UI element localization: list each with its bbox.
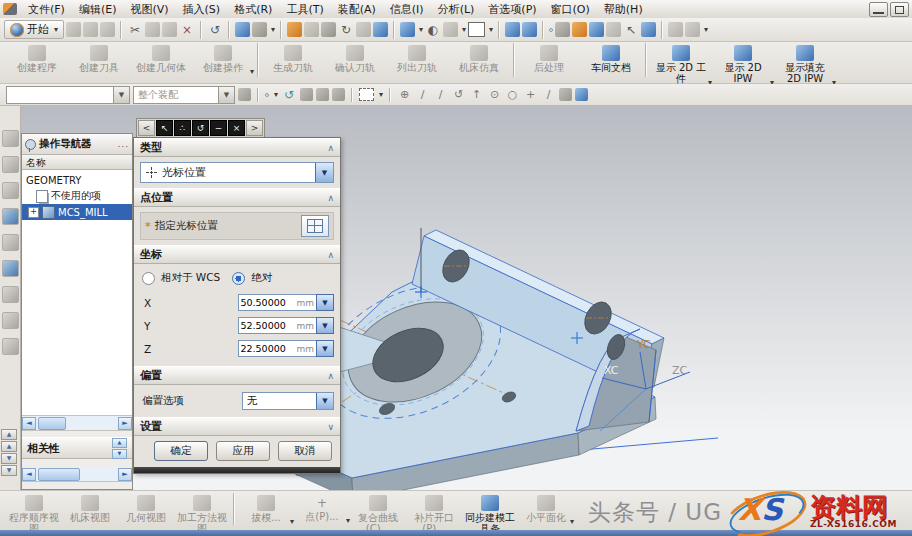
dialog-drag-bar[interactable]	[134, 467, 340, 473]
program-order-view-button[interactable]: 程序顺序视图	[6, 493, 62, 534]
selection-scope-combo[interactable]: 整个装配 ▼	[133, 86, 235, 104]
split-top-button[interactable]: ▲	[1, 429, 17, 440]
wireframe-icon[interactable]	[443, 22, 458, 37]
rectangle-select-icon[interactable]	[359, 88, 374, 101]
cut-icon[interactable]: ✂	[127, 22, 143, 38]
split-bottom-button[interactable]: ▼	[1, 465, 17, 476]
menu-insert[interactable]: 插入(S)	[176, 0, 228, 19]
create-operation-button[interactable]: 创建操作 ▾	[192, 43, 254, 76]
collapse-icon[interactable]: ∧	[327, 143, 334, 153]
collapse-icon[interactable]: ∧	[327, 250, 334, 260]
selection-icon[interactable]	[606, 22, 621, 37]
tree-row-unused-items[interactable]: 不使用的项	[22, 188, 132, 204]
hd3d-tools-tab[interactable]	[2, 286, 19, 303]
type-section-header[interactable]: 类型 ∧	[134, 138, 340, 157]
perspective-icon[interactable]	[373, 22, 388, 37]
find-icon[interactable]	[252, 22, 267, 37]
menu-information[interactable]: 信息(I)	[383, 0, 431, 19]
snap-endpoint-icon[interactable]: /	[415, 88, 430, 101]
zoom-icon[interactable]	[321, 22, 336, 37]
wcs-orient-icon[interactable]	[641, 22, 656, 37]
orient-view-iso-icon[interactable]	[522, 22, 537, 37]
machine-simulation-button[interactable]: 机床仿真	[448, 43, 510, 73]
type-combo-caret-icon[interactable]: ▼	[315, 163, 333, 182]
select-cursor-icon[interactable]: ↖	[623, 22, 639, 38]
cancel-button[interactable]: 取消	[278, 441, 332, 461]
dep-scroll-right-icon[interactable]: ►	[118, 468, 132, 481]
copy-icon[interactable]	[145, 22, 160, 37]
navigator-options-icon[interactable]: ...	[117, 139, 129, 149]
offset-section-header[interactable]: 偏置 ∧	[134, 366, 340, 385]
menu-file[interactable]: 文件(F)	[21, 0, 72, 19]
snap-pole-icon[interactable]: ↑	[469, 88, 484, 101]
generate-toolpath-button[interactable]: 生成刀轨	[262, 43, 324, 73]
menu-analysis[interactable]: 分析(L)	[431, 0, 482, 19]
z-spinner-icon[interactable]: ▼	[316, 340, 334, 357]
create-program-button[interactable]: 创建程序	[6, 43, 68, 73]
paste-icon[interactable]	[162, 22, 177, 37]
background-icon[interactable]	[468, 22, 485, 37]
forward-button[interactable]: >	[246, 120, 263, 136]
relative-wcs-radio[interactable]	[142, 272, 155, 285]
snap-arc-center-icon[interactable]: ⊙	[487, 88, 502, 101]
dependencies-scrollbar[interactable]: ◄ ►	[22, 467, 132, 482]
measure-angle-icon[interactable]	[685, 22, 700, 37]
expand-icon[interactable]: +	[28, 207, 39, 218]
name-column-header[interactable]: 名称	[22, 155, 132, 170]
operation-navigator-tab[interactable]	[2, 208, 19, 225]
pin-icon[interactable]	[25, 139, 36, 150]
assembly-navigator-tab[interactable]	[2, 130, 19, 147]
constraint-navigator-tab[interactable]	[2, 156, 19, 173]
menu-view[interactable]: 视图(V)	[123, 0, 175, 19]
split-down-button[interactable]: ▼	[1, 453, 17, 464]
start-menu-button[interactable]: 开始 ▾	[4, 20, 64, 39]
patch-opening-button[interactable]: 补片开口(P)...	[406, 493, 462, 534]
reset-button[interactable]: ↺	[192, 120, 209, 136]
curve-snap-icon[interactable]	[332, 88, 345, 101]
point-constructor-button[interactable]	[301, 215, 329, 237]
menu-window[interactable]: 窗口(O)	[544, 0, 597, 19]
selection-filter-caret-icon[interactable]: ▼	[113, 87, 129, 103]
x-spinner-icon[interactable]: ▼	[316, 294, 334, 311]
point-mode-button[interactable]: ∴	[174, 120, 191, 136]
offset-option-combo[interactable]: 无 ▼	[242, 392, 334, 410]
selection-scope-caret-icon[interactable]: ▼	[218, 87, 234, 103]
fit-view-icon[interactable]	[287, 22, 302, 37]
snap-knot-icon[interactable]: ↺	[451, 88, 466, 101]
navigator-header[interactable]: 操作导航器 ...	[22, 134, 132, 155]
move-component-icon[interactable]	[572, 22, 587, 37]
zoom-box-icon[interactable]	[304, 22, 319, 37]
collapse-dialog-button[interactable]: −	[210, 120, 227, 136]
snap-quadrant-icon[interactable]: ○	[505, 88, 520, 101]
dependencies-down-icon[interactable]: ▼	[112, 449, 127, 459]
scroll-right-icon[interactable]: ►	[118, 417, 132, 430]
delete-icon[interactable]: ×	[179, 22, 195, 38]
create-geometry-button[interactable]: 创建几何体	[130, 43, 192, 73]
collapse-icon[interactable]: ∧	[327, 193, 334, 203]
history-tab[interactable]	[2, 338, 19, 355]
constraints-icon[interactable]	[555, 22, 570, 37]
tree-horizontal-scrollbar[interactable]: ◄ ►	[22, 416, 132, 431]
expand-icon[interactable]: ∨	[327, 422, 334, 432]
selection-filter-combo[interactable]: ▼	[6, 86, 130, 104]
split-up-button[interactable]: ▲	[1, 441, 17, 452]
absolute-radio[interactable]	[232, 272, 245, 285]
menu-tools[interactable]: 工具(T)	[279, 0, 330, 19]
show-2d-workpiece-button[interactable]: 显示 2D 工件 ▾	[650, 43, 712, 87]
menu-assembly[interactable]: 装配(A)	[331, 0, 383, 19]
menu-format[interactable]: 格式(R)	[227, 0, 279, 19]
create-tool-button[interactable]: 创建刀具	[68, 43, 130, 73]
rollback-icon[interactable]: ↺	[281, 87, 297, 103]
offset-combo-caret-icon[interactable]: ▼	[316, 393, 333, 409]
assembly-sequence-icon[interactable]	[589, 22, 604, 37]
postprocess-button[interactable]: 后处理	[518, 43, 580, 73]
point-button[interactable]: + 点(P)... ▾	[294, 493, 350, 525]
highlight-icon[interactable]	[238, 88, 251, 101]
ok-button[interactable]: 确定	[154, 441, 208, 461]
machine-tool-navigator-tab[interactable]	[2, 234, 19, 251]
coordinates-section-header[interactable]: 坐标 ∧	[134, 245, 340, 264]
snap-solid-icon[interactable]	[575, 88, 588, 101]
orient-view-front-icon[interactable]	[505, 22, 520, 37]
point-location-section-header[interactable]: 点位置 ∧	[134, 188, 340, 207]
pan-icon[interactable]	[356, 22, 371, 37]
